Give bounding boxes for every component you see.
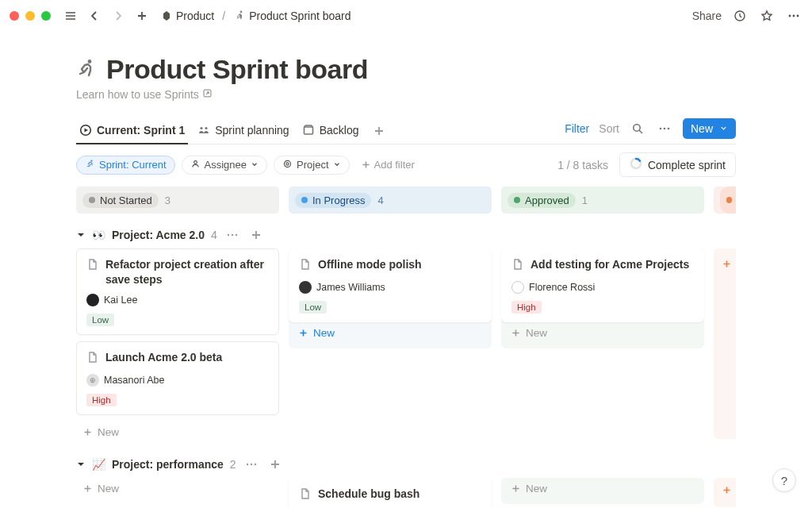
view-more-icon[interactable] [656, 120, 673, 137]
card-title-text: Refactor project creation after save ste… [105, 257, 269, 287]
svg-point-2 [789, 15, 791, 17]
svg-point-5 [88, 60, 92, 64]
close-window-icon[interactable] [10, 11, 19, 21]
card-offline[interactable]: Offline mode polish James Williams Low [289, 248, 492, 322]
column-head-needs-review[interactable]: Needs review [714, 187, 736, 214]
breadcrumb-current[interactable]: Product Sprint board [230, 8, 354, 24]
runner-icon [233, 10, 246, 22]
lane-new-needs-review[interactable]: New [714, 248, 736, 279]
col-count: 1 [582, 194, 588, 206]
caret-down-icon [76, 230, 86, 240]
page-subtitle[interactable]: Learn how to use Sprints [76, 88, 736, 101]
lane-new-label: New [526, 327, 547, 339]
breadcrumb-parent-label: Product [176, 10, 214, 22]
person-icon [190, 159, 201, 171]
col-label: Approved [525, 194, 569, 206]
card-launch[interactable]: Launch Acme 2.0 beta ⊕ Masanori Abe High [76, 341, 279, 415]
add-view-button[interactable] [368, 125, 390, 137]
group-add-icon[interactable] [247, 226, 265, 244]
search-icon[interactable] [629, 120, 646, 137]
group-more-icon[interactable] [243, 456, 260, 473]
card-testing[interactable]: Add testing for Acme Projects Florence R… [501, 248, 704, 322]
nav-forward-icon[interactable] [109, 7, 127, 25]
nav-back-icon[interactable] [86, 7, 103, 25]
lane-new-approved[interactable]: New [501, 322, 704, 344]
avatar-icon [299, 281, 312, 294]
backlog-icon [302, 124, 315, 137]
group-more-icon[interactable] [224, 226, 241, 244]
col-count: 4 [377, 194, 383, 206]
card-bugbash[interactable]: Schedule bug bash [289, 478, 492, 508]
updates-icon[interactable] [731, 7, 749, 25]
product-icon [160, 10, 173, 22]
page-icon [86, 258, 99, 287]
chevron-down-icon [251, 159, 259, 171]
view-tab-planning[interactable]: Sprint planning [194, 119, 292, 143]
zoom-window-icon[interactable] [41, 11, 51, 21]
hamburger-icon[interactable] [62, 7, 79, 25]
page-icon [511, 258, 524, 275]
svg-point-20 [228, 234, 229, 236]
share-button[interactable]: Share [692, 10, 722, 22]
new-button-label: New [691, 122, 713, 135]
group-emoji-icon: 📈 [92, 458, 105, 471]
card-title-text: Add testing for Acme Projects [530, 257, 689, 275]
card-assignee: James Williams [299, 281, 481, 294]
page-icon [299, 487, 312, 504]
page-icon [86, 351, 99, 368]
lane-new-in-progress[interactable]: New [289, 322, 492, 344]
group-add-icon[interactable] [266, 456, 284, 473]
add-filter-button[interactable]: Add filter [356, 156, 419, 173]
favorite-icon[interactable] [758, 7, 776, 25]
more-icon[interactable] [785, 7, 802, 25]
lane-new-approved-g2[interactable]: New [501, 478, 704, 499]
view-tab-backlog[interactable]: Backlog [299, 119, 362, 143]
col-count: 3 [165, 194, 170, 206]
column-head-in-progress[interactable]: In Progress 4 [289, 187, 492, 214]
complete-sprint-button[interactable]: Complete sprint [619, 152, 736, 177]
add-filter-label: Add filter [374, 159, 415, 171]
sort-button[interactable]: Sort [599, 122, 619, 135]
svg-point-11 [634, 125, 640, 131]
svg-point-12 [660, 128, 662, 130]
filter-pill-sprint[interactable]: Sprint: Current [76, 156, 175, 175]
lane-new-label: New [526, 483, 547, 495]
page-title[interactable]: Product Sprint board [106, 54, 368, 85]
caret-down-icon [76, 460, 86, 469]
card-assignee: Florence Rossi [511, 281, 694, 294]
view-tab-current[interactable]: Current: Sprint 1 [76, 119, 188, 144]
priority-tag: Low [86, 314, 114, 326]
group-row-acme[interactable]: 👀 Project: Acme 2.0 4 [76, 226, 736, 244]
page-icon [299, 258, 312, 275]
play-circle-icon [79, 124, 92, 137]
new-button[interactable]: New [683, 118, 736, 139]
card-refactor[interactable]: Refactor project creation after save ste… [76, 248, 279, 335]
col-label: Not Started [100, 194, 152, 206]
group-row-performance[interactable]: 📈 Project: performance 2 [76, 456, 736, 473]
group-name: Project: Acme 2.0 [112, 229, 205, 241]
page-icon-runner[interactable] [76, 58, 97, 81]
filter-button[interactable]: Filter [565, 122, 589, 135]
filter-row: Sprint: Current Assignee Project Add fil… [76, 144, 736, 187]
svg-rect-10 [304, 127, 312, 134]
lane-new-needs-review-g2[interactable]: New [714, 478, 736, 502]
chevron-down-icon [719, 122, 728, 135]
filter-pill-assignee[interactable]: Assignee [182, 156, 267, 175]
new-tab-icon[interactable] [133, 7, 151, 25]
svg-point-13 [664, 128, 666, 130]
svg-point-24 [250, 463, 251, 464]
svg-point-0 [240, 11, 243, 13]
breadcrumb-parent[interactable]: Product [157, 8, 217, 24]
help-button[interactable]: ? [772, 468, 796, 492]
lane-new-not-started-g2[interactable]: New [76, 478, 279, 499]
filter-pill-project[interactable]: Project [274, 156, 349, 175]
column-head-approved[interactable]: Approved 1 [501, 187, 704, 214]
target-icon [282, 159, 293, 171]
group-emoji-icon: 👀 [92, 229, 105, 241]
help-label: ? [781, 474, 787, 487]
lane-new-not-started[interactable]: New [76, 421, 279, 443]
svg-point-15 [90, 160, 92, 161]
column-head-not-started[interactable]: Not Started 3 [76, 187, 279, 214]
minimize-window-icon[interactable] [25, 11, 35, 21]
task-count: 1 / 8 tasks [557, 159, 608, 171]
